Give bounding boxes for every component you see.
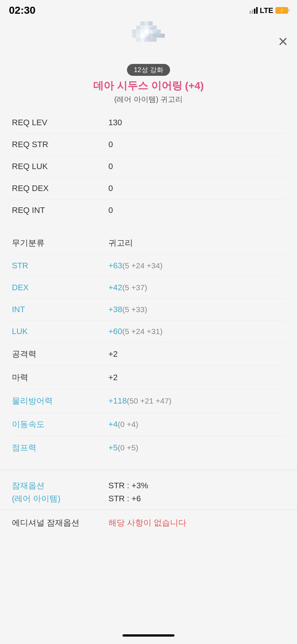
requirements-section: REQ LEV 130 REQ STR 0 REQ LUK 0 REQ DEX …	[0, 112, 297, 221]
atk-label: 공격력	[12, 349, 108, 360]
str-row: STR +63(5 +24 +34)	[12, 255, 285, 277]
req-int-label: REQ INT	[12, 206, 108, 215]
svg-rect-17	[140, 34, 144, 38]
svg-rect-1	[144, 22, 148, 26]
svg-rect-20	[153, 34, 157, 38]
status-bar: 02:30 LTE ⚡	[0, 0, 297, 19]
req-int-value: 0	[108, 206, 113, 215]
item-image-area: ✕	[0, 19, 297, 64]
close-button[interactable]: ✕	[278, 34, 288, 49]
lte-indicator: LTE	[260, 6, 273, 15]
battery-icon: ⚡	[275, 7, 288, 14]
req-dex-row: REQ DEX 0	[12, 178, 285, 200]
latent-line1: STR : +3%	[108, 479, 148, 492]
luk-row: LUK +60(5 +24 +31)	[12, 321, 285, 343]
status-time: 02:30	[9, 4, 36, 16]
atk-row: 공격력 +2	[12, 343, 285, 366]
item-sprite	[128, 19, 169, 60]
svg-rect-4	[140, 26, 144, 30]
luk-value: +60(5 +24 +31)	[108, 327, 163, 336]
int-row: INT +38(5 +33)	[12, 299, 285, 321]
req-lev-value: 130	[108, 118, 122, 127]
svg-rect-0	[140, 22, 144, 26]
svg-rect-14	[157, 30, 161, 34]
latent-section: 잠재옵션(레어 아이템) STR : +3% STR : +6	[0, 470, 297, 509]
svg-rect-24	[140, 38, 144, 42]
latent-line2: STR : +6	[108, 492, 148, 505]
additional-latent-label: 에디셔널 잠재옵션	[12, 517, 108, 528]
magic-label: 마력	[12, 372, 108, 383]
speed-label: 이동속도	[12, 419, 108, 430]
speed-value: +4(0 +4)	[108, 420, 138, 429]
additional-latent-value: 해당 사항이 없습니다	[108, 517, 186, 528]
svg-rect-21	[157, 34, 161, 38]
latent-row: 잠재옵션(레어 아이템) STR : +3% STR : +6	[12, 479, 285, 505]
req-dex-label: REQ DEX	[12, 184, 108, 193]
int-label: INT	[12, 305, 108, 314]
home-indicator	[123, 634, 174, 637]
svg-rect-10	[140, 30, 144, 34]
req-luk-row: REQ LUK 0	[12, 156, 285, 178]
pdef-value: +118(50 +21 +47)	[108, 396, 172, 406]
svg-rect-3	[136, 26, 140, 30]
svg-rect-22	[161, 34, 165, 38]
dex-row: DEX +42(5 +37)	[12, 277, 285, 299]
req-lev-row: REQ LEV 130	[12, 112, 285, 134]
stats-section: 무기분류 귀고리 STR +63(5 +24 +34) DEX +42(5 +3…	[0, 232, 297, 459]
enhance-badge: 12성 강화	[0, 64, 297, 76]
req-luk-label: REQ LUK	[12, 162, 108, 171]
svg-rect-29	[155, 32, 157, 34]
luk-label: LUK	[12, 327, 108, 336]
speed-row: 이동속도 +4(0 +4)	[12, 413, 285, 436]
svg-rect-30	[147, 36, 150, 39]
magic-value: +2	[108, 373, 118, 382]
str-value: +63(5 +24 +34)	[108, 261, 163, 271]
req-luk-value: 0	[108, 162, 113, 171]
req-str-label: REQ STR	[12, 140, 108, 149]
jump-label: 점프력	[12, 442, 108, 453]
svg-rect-12	[148, 30, 153, 34]
signal-icon	[249, 7, 258, 14]
svg-rect-28	[151, 27, 153, 30]
dex-label: DEX	[12, 283, 108, 292]
latent-label: 잠재옵션(레어 아이템)	[12, 479, 108, 505]
req-int-row: REQ INT 0	[12, 200, 285, 221]
item-subtitle: (레어 아이템) 귀고리	[0, 94, 297, 104]
additional-latent-row: 에디셔널 잠재옵션 해당 사항이 없습니다	[12, 517, 285, 528]
req-dex-value: 0	[108, 184, 113, 193]
latent-value: STR : +3% STR : +6	[108, 479, 148, 505]
weapon-type-value: 귀고리	[108, 237, 133, 249]
dex-value: +42(5 +37)	[108, 283, 147, 292]
item-title: 데아 시두스 이어링 (+4)	[0, 79, 297, 93]
req-str-value: 0	[108, 140, 113, 149]
str-label: STR	[12, 261, 108, 271]
weapon-type-row: 무기분류 귀고리	[12, 232, 285, 255]
svg-rect-15	[132, 34, 136, 38]
pdef-label: 물리방어력	[12, 395, 108, 407]
svg-rect-9	[136, 30, 140, 34]
svg-rect-23	[136, 38, 140, 42]
svg-rect-27	[153, 38, 157, 42]
additional-latent-section: 에디셔널 잠재옵션 해당 사항이 없습니다	[0, 510, 297, 540]
svg-rect-7	[153, 26, 157, 30]
magic-row: 마력 +2	[12, 366, 285, 389]
svg-rect-11	[144, 30, 148, 34]
jump-value: +5(0 +5)	[108, 443, 138, 453]
svg-rect-16	[136, 34, 140, 38]
jump-row: 점프력 +5(0 +5)	[12, 436, 285, 459]
svg-rect-2	[148, 22, 153, 26]
pdef-row: 물리방어력 +118(50 +21 +47)	[12, 389, 285, 413]
int-value: +38(5 +33)	[108, 305, 147, 314]
svg-rect-5	[144, 26, 148, 30]
req-lev-label: REQ LEV	[12, 118, 108, 127]
req-str-row: REQ STR 0	[12, 134, 285, 156]
atk-value: +2	[108, 349, 118, 359]
item-image	[128, 19, 169, 60]
weapon-type-label: 무기분류	[12, 237, 108, 249]
svg-rect-8	[132, 30, 136, 34]
status-icons: LTE ⚡	[249, 6, 288, 15]
